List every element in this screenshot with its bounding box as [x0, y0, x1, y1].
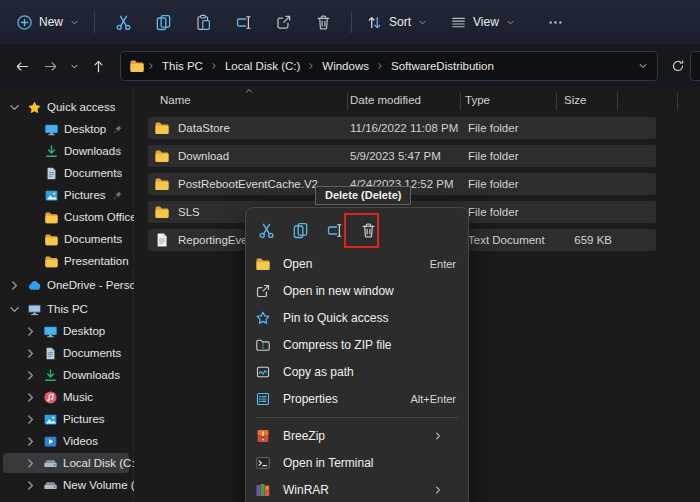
menu-item-label: BreeZip [283, 429, 432, 443]
search-box[interactable] [690, 51, 700, 81]
sidebar-item-quick-access[interactable]: Quick access [0, 96, 134, 118]
pin-icon [112, 168, 123, 179]
chevron-right-icon [146, 61, 156, 71]
menu-item-breezip[interactable]: BreeZip [246, 422, 468, 449]
paste-button[interactable] [183, 6, 223, 38]
sort-button[interactable]: Sort [360, 6, 434, 38]
file-type: File folder [468, 150, 519, 162]
menu-item-label: Copy as path [283, 365, 456, 379]
rename-button[interactable] [223, 6, 263, 38]
sidebar-item-custom-office-templates[interactable]: Custom Office Temp [0, 206, 134, 228]
cut-button[interactable] [103, 6, 143, 38]
arrow-left-icon [15, 59, 30, 74]
chevron-right-icon[interactable] [23, 412, 38, 427]
file-name: SLS [178, 206, 200, 218]
column-divider[interactable] [617, 92, 618, 110]
breadcrumb-segment[interactable]: Windows [317, 60, 374, 72]
sidebar-item-pc-pictures[interactable]: Pictures [0, 408, 134, 430]
file-row-datastore[interactable]: DataStore 11/16/2022 11:08 PM File folde… [148, 117, 656, 139]
toolbar-divider [94, 11, 95, 33]
breadcrumb-segment[interactable]: SoftwareDistribution [386, 60, 499, 72]
menu-item-compress-to-zip[interactable]: Compress to ZIP file [246, 331, 468, 358]
copy-path-icon [255, 364, 271, 380]
sidebar-item-presentation[interactable]: Presentation [0, 250, 134, 272]
column-divider[interactable] [347, 92, 348, 110]
menu-item-label: Compress to ZIP file [283, 338, 456, 352]
sidebar-item-documents-folder[interactable]: Documents [0, 228, 134, 250]
file-row-download[interactable]: Download 5/9/2023 5:47 PM File folder [148, 145, 656, 167]
file-date: 11/16/2022 11:08 PM [350, 122, 458, 134]
menu-item-open-in-terminal[interactable]: Open in Terminal [246, 449, 468, 476]
sidebar-item-label: Desktop [64, 123, 106, 135]
arrow-up-icon [91, 59, 106, 74]
chevron-right-icon[interactable] [23, 368, 38, 383]
drive-icon [43, 478, 58, 493]
back-button[interactable] [8, 51, 36, 81]
sidebar-item-new-volume-d[interactable]: New Volume (D:) [0, 474, 134, 496]
sidebar-item-this-pc[interactable]: This PC [0, 298, 134, 320]
picture-icon [43, 412, 58, 427]
chevron-right-icon[interactable] [23, 324, 38, 339]
more-options-button[interactable] [536, 6, 576, 38]
new-button[interactable]: New [10, 6, 86, 38]
sidebar-item-documents[interactable]: Documents [0, 162, 134, 184]
chevron-down-icon [505, 17, 516, 28]
column-divider[interactable] [460, 92, 461, 110]
quick-cut-button[interactable] [251, 216, 281, 246]
sidebar-item-onedrive[interactable]: OneDrive - Personal [0, 274, 134, 296]
view-button[interactable]: View [444, 6, 522, 38]
delete-highlight-box [344, 213, 379, 248]
chevron-right-icon[interactable] [23, 346, 38, 361]
up-button[interactable] [84, 51, 112, 81]
menu-item-copy-as-path[interactable]: Copy as path [246, 358, 468, 385]
paste-icon [195, 14, 212, 31]
column-header-type[interactable]: Type [465, 94, 490, 106]
menu-item-pin-to-quick-access[interactable]: Pin to Quick access [246, 304, 468, 331]
column-header-name[interactable]: Name [160, 94, 191, 106]
chevron-down-icon[interactable] [7, 302, 22, 317]
quick-copy-button[interactable] [285, 216, 315, 246]
folder-icon [44, 254, 59, 269]
chevron-right-icon[interactable] [7, 278, 22, 293]
column-divider[interactable] [556, 92, 557, 110]
trash-icon [315, 14, 332, 31]
chevron-right-icon[interactable] [23, 390, 38, 405]
menu-item-open[interactable]: Open Enter [246, 250, 468, 277]
sidebar-item-pc-videos[interactable]: Videos [0, 430, 134, 452]
chevron-right-icon[interactable] [23, 456, 38, 471]
sidebar-item-desktop[interactable]: Desktop [0, 118, 134, 140]
sidebar-item-local-disk-c[interactable]: Local Disk (C:) [0, 452, 134, 474]
menu-item-open-in-new-window[interactable]: Open in new window [246, 277, 468, 304]
chevron-down-icon[interactable] [637, 60, 649, 72]
sidebar-item-downloads[interactable]: Downloads [0, 140, 134, 162]
sort-ascending-icon [243, 85, 255, 97]
sidebar-item-pc-music[interactable]: Music [0, 386, 134, 408]
menu-item-winrar[interactable]: WinRAR [246, 476, 468, 502]
chevron-right-icon[interactable] [23, 478, 38, 493]
cloud-icon [27, 278, 42, 293]
copy-button[interactable] [143, 6, 183, 38]
chevron-right-icon[interactable] [23, 434, 38, 449]
file-size: 659 KB [526, 234, 612, 246]
forward-button[interactable] [36, 51, 64, 81]
sidebar-item-pc-desktop[interactable]: Desktop [0, 320, 134, 342]
breadcrumb-segment[interactable]: Local Disk (C:) [220, 60, 305, 72]
menu-item-properties[interactable]: Properties Alt+Enter [246, 385, 468, 412]
sidebar-item-pc-documents[interactable]: Documents [0, 342, 134, 364]
menu-item-label: WinRAR [283, 483, 432, 497]
sidebar-item-pc-downloads[interactable]: Downloads [0, 364, 134, 386]
column-header-size[interactable]: Size [564, 94, 586, 106]
chevron-down-icon[interactable] [7, 100, 22, 115]
chevron-right-icon [375, 61, 385, 71]
column-divider[interactable] [677, 92, 678, 110]
column-header-date-modified[interactable]: Date modified [350, 94, 421, 106]
sidebar-item-pictures[interactable]: Pictures [0, 184, 134, 206]
share-button[interactable] [263, 6, 303, 38]
rename-icon [235, 14, 252, 31]
address-bar[interactable]: This PC Local Disk (C:) Windows Software… [120, 51, 658, 81]
delete-button[interactable] [303, 6, 343, 38]
breadcrumb-segment[interactable]: This PC [157, 60, 208, 72]
recent-locations-button[interactable] [64, 51, 84, 81]
refresh-button[interactable] [664, 51, 692, 81]
menu-item-label: Properties [283, 392, 410, 406]
